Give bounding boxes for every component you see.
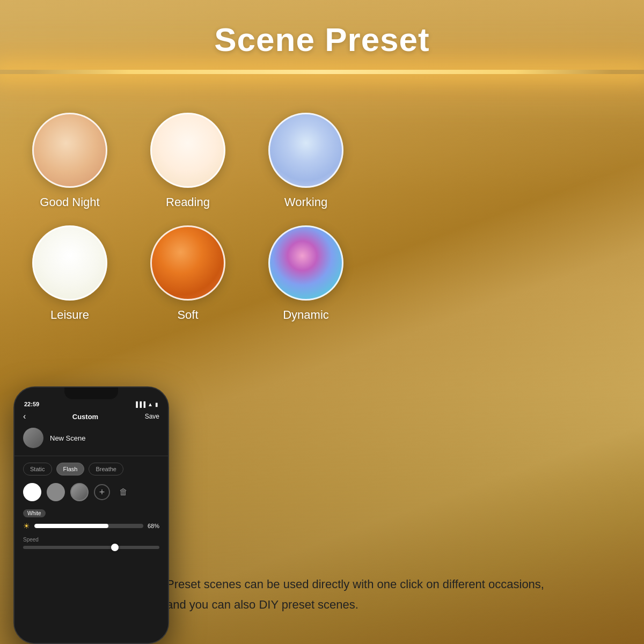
phone-scene-icon <box>23 428 43 448</box>
white-badge: White <box>23 509 46 517</box>
scene-label-dynamic: Dynamic <box>283 308 329 322</box>
scenes-grid: Good Night Reading Working Leisure Soft … <box>27 113 349 333</box>
scene-circle-leisure <box>32 225 107 301</box>
phone-brightness-row: ☀ 68% <box>14 522 168 530</box>
description-line2: and you can also DIY preset scenes. <box>166 595 623 614</box>
phone-divider-1 <box>14 456 168 456</box>
scene-item-good-night[interactable]: Good Night <box>27 113 113 220</box>
phone-mockup: 22:59 ▐▐▐ ▲ ▮ ‹ Custom Save New Sce <box>13 386 169 644</box>
phone-notch <box>64 387 118 399</box>
tab-static[interactable]: Static <box>23 463 52 475</box>
scene-item-working[interactable]: Working <box>263 113 349 220</box>
phone-status-bar: 22:59 ▐▐▐ ▲ ▮ <box>14 401 168 407</box>
scene-label-leisure: Leisure <box>50 308 89 322</box>
description-block: Preset scenes can be used directly with … <box>166 574 623 614</box>
add-color-button[interactable]: + <box>94 484 110 500</box>
scene-label-reading: Reading <box>166 195 210 209</box>
phone-scene-row: New Scene <box>14 428 168 448</box>
scene-item-dynamic[interactable]: Dynamic <box>263 225 349 333</box>
phone-back-button[interactable]: ‹ <box>23 412 26 421</box>
scene-circle-soft <box>150 225 225 301</box>
trash-icon: 🗑 <box>119 487 128 497</box>
phone-body: 22:59 ▐▐▐ ▲ ▮ ‹ Custom Save New Sce <box>13 386 169 644</box>
phone-speed-bar <box>14 546 168 549</box>
phone-speed-label: Speed <box>14 537 168 543</box>
battery-icon: ▮ <box>155 401 158 407</box>
phone-nav-bar: ‹ Custom Save <box>14 412 168 421</box>
wifi-icon: ▲ <box>148 401 153 407</box>
phone-save-button[interactable]: Save <box>145 413 159 420</box>
phone-tabs: Static Flash Breathe <box>14 463 168 475</box>
brightness-fill <box>34 524 108 528</box>
signal-icon: ▐▐▐ <box>134 401 145 407</box>
brightness-icon: ☀ <box>23 522 30 530</box>
color-dot-gray[interactable] <box>47 483 65 501</box>
speed-bar-track[interactable] <box>23 546 159 549</box>
scene-label-working: Working <box>284 195 327 209</box>
phone-nav-title: Custom <box>72 413 98 421</box>
phone-white-label: White <box>14 508 168 517</box>
scene-circle-dynamic <box>268 225 343 301</box>
brightness-bar[interactable] <box>34 524 143 528</box>
speed-thumb <box>111 544 119 551</box>
phone-time: 22:59 <box>24 401 39 407</box>
scene-item-soft[interactable]: Soft <box>145 225 231 333</box>
main-content: Scene Preset Good Night Reading Working … <box>0 0 644 644</box>
phone-status-icons: ▐▐▐ ▲ ▮ <box>134 401 158 407</box>
scene-circle-working <box>268 113 343 188</box>
phone-scene-name: New Scene <box>50 434 85 442</box>
color-dot-dark-gray[interactable] <box>70 483 89 501</box>
brightness-percent: 68% <box>148 523 159 529</box>
description-line1: Preset scenes can be used directly with … <box>166 574 623 594</box>
page-title: Scene Preset <box>0 0 644 58</box>
phone-color-dots: + 🗑 <box>14 483 168 501</box>
scene-circle-good-night <box>32 113 107 188</box>
scene-label-soft: Soft <box>177 308 198 322</box>
scene-label-good-night: Good Night <box>40 195 99 209</box>
tab-flash[interactable]: Flash <box>56 463 85 475</box>
scene-item-reading[interactable]: Reading <box>145 113 231 220</box>
phone-screen: 22:59 ▐▐▐ ▲ ▮ ‹ Custom Save New Sce <box>14 387 168 643</box>
color-dot-white[interactable] <box>23 483 41 501</box>
tab-breathe[interactable]: Breathe <box>89 463 123 475</box>
scene-circle-reading <box>150 113 225 188</box>
scene-item-leisure[interactable]: Leisure <box>27 225 113 333</box>
delete-color-button[interactable]: 🗑 <box>115 484 131 500</box>
